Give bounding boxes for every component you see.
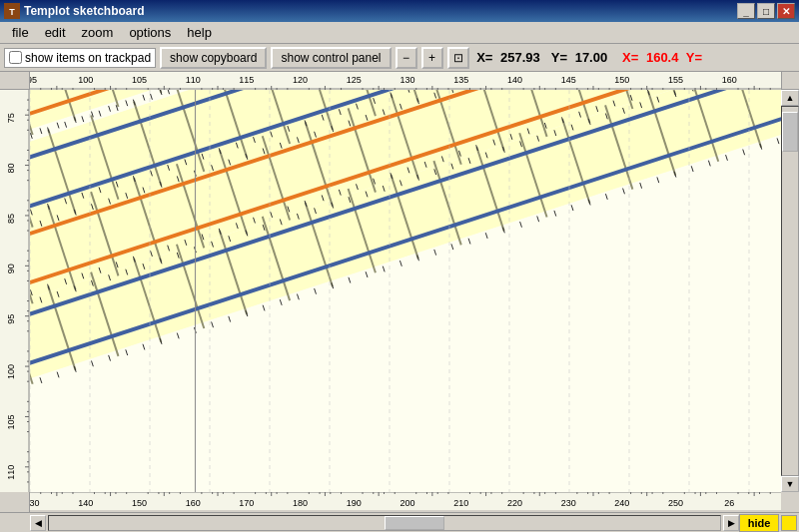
show-items-label: show items on trackpad	[25, 51, 151, 65]
ruler-top	[30, 72, 781, 90]
coord-x2-value: 160.4	[646, 50, 679, 65]
horizontal-scrollbar[interactable]	[48, 515, 721, 531]
zoom-in-button[interactable]: +	[421, 47, 443, 69]
minimize-button[interactable]: _	[737, 3, 755, 19]
hide-icon[interactable]	[781, 515, 797, 531]
h-scroll-thumb[interactable]	[385, 516, 444, 530]
scroll-thumb[interactable]	[782, 112, 798, 152]
scroll-left-button[interactable]: ◀	[30, 515, 46, 531]
title-bar: T Templot sketchboard _ □ ✕	[0, 0, 799, 22]
scroll-up-button[interactable]: ▲	[781, 90, 799, 106]
ruler-bottom	[30, 492, 781, 510]
bottom-bar: ◀ ▶ hide	[0, 512, 799, 532]
window-controls: _ □ ✕	[737, 3, 795, 19]
zoom-out-button[interactable]: −	[396, 47, 417, 69]
maximize-button[interactable]: □	[757, 3, 775, 19]
menu-options[interactable]: options	[121, 23, 179, 42]
show-items-checkbox-label[interactable]: show items on trackpad	[4, 48, 156, 68]
coord-x-label: X=	[473, 50, 497, 65]
coord-y-value: 17.00	[575, 50, 608, 65]
show-copyboard-button[interactable]: show copyboard	[160, 47, 267, 69]
menu-zoom[interactable]: zoom	[74, 23, 122, 42]
app-title: Templot sketchboard	[24, 4, 737, 18]
menu-edit[interactable]: edit	[37, 23, 74, 42]
menu-help[interactable]: help	[179, 23, 220, 42]
close-button[interactable]: ✕	[777, 3, 795, 19]
svg-text:T: T	[9, 7, 15, 17]
ruler-corner	[0, 72, 30, 90]
bottom-row	[0, 492, 799, 512]
top-ruler-row	[0, 72, 799, 90]
main-canvas[interactable]	[30, 90, 781, 492]
canvas-container: ▲ ▼ ◀ ▶ hide	[0, 72, 799, 532]
coord-x2-label: X=	[611, 50, 642, 65]
app-icon: T	[4, 3, 20, 19]
show-control-panel-button[interactable]: show control panel	[271, 47, 391, 69]
scroll-track[interactable]	[781, 106, 799, 476]
show-items-checkbox[interactable]	[9, 51, 22, 64]
coord-y-label: Y=	[544, 50, 571, 65]
toolbar: show items on trackpad show copyboard sh…	[0, 44, 799, 72]
ruler-left	[0, 90, 30, 492]
scroll-down-button[interactable]: ▼	[781, 476, 799, 492]
bottom-left-corner	[0, 492, 30, 512]
scroll-right-button[interactable]: ▶	[723, 515, 739, 531]
mid-row: ▲ ▼	[0, 90, 799, 492]
hide-button[interactable]: hide	[739, 514, 779, 532]
fit-button[interactable]: ⊡	[447, 47, 469, 69]
menu-file[interactable]: file	[4, 23, 37, 42]
coord-x-value: 257.93	[500, 50, 540, 65]
vertical-scrollbar: ▲ ▼	[781, 90, 799, 492]
ruler-top-right-corner	[781, 72, 799, 90]
menu-bar: file edit zoom options help	[0, 22, 799, 44]
canvas-wrapper: ▲ ▼ ◀ ▶ hide	[0, 72, 799, 532]
coord-y2-label: Y=	[682, 50, 702, 65]
bottom-right-corner	[781, 492, 799, 512]
